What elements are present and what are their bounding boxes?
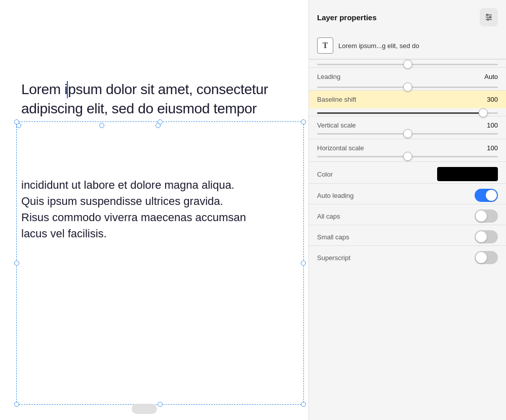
text-block-bottom[interactable]: incididunt ut labore et dolore magna ali… [21,177,246,242]
svg-point-3 [487,14,488,16]
handle-mid-left[interactable] [14,261,19,266]
handle-mid-right[interactable] [301,261,306,266]
pagination-indicator [132,404,157,414]
superscript-thumb [476,252,487,263]
filter-icon [484,13,493,22]
baseline-shift-row: Baseline shift 300 [309,91,506,108]
superscript-row: Superscript [309,246,506,266]
vertical-scale-thumb[interactable] [403,129,412,138]
layer-name: Lorem ipsum...g elit, sed do [338,42,419,50]
vertical-scale-slider-section [309,131,506,139]
selection-box [16,121,304,405]
color-swatch[interactable] [437,167,498,181]
handle-top-right[interactable] [301,119,306,124]
top-slider-section [309,60,506,67]
layer-item[interactable]: T Lorem ipsum...g elit, sed do [309,32,506,59]
auto-leading-toggle[interactable] [475,189,498,202]
horizontal-scale-value: 100 [487,144,498,152]
top-slider-thumb[interactable] [403,60,412,69]
handle-bot-left[interactable] [14,402,19,407]
small-caps-toggle[interactable] [475,230,498,243]
top-slider-track[interactable] [317,64,498,65]
text-cursor [67,81,68,98]
panel-title: Layer properties [317,13,377,22]
text-line-2b: ng elit, sed do eiusmod tempor [67,101,257,116]
horizontal-scale-thumb[interactable] [403,152,412,161]
filter-icon-button[interactable] [480,8,498,26]
selection-handle-top-left[interactable] [16,123,21,128]
color-label: Color [317,171,333,178]
auto-leading-row: Auto leading [309,184,506,204]
superscript-toggle[interactable] [475,251,498,264]
leading-slider-section [309,82,506,90]
canvas-area: Lorem ipsum dolor sit amet, consectetur … [0,0,308,420]
leading-slider-thumb[interactable] [403,82,412,92]
all-caps-row: All caps [309,204,506,225]
auto-leading-thumb [486,190,497,201]
vertical-scale-track[interactable] [317,133,498,135]
baseline-slider-track[interactable] [317,112,498,114]
right-panel: Layer properties T Lorem ipsum...g elit,… [308,0,506,420]
small-caps-thumb [476,231,487,242]
vertical-scale-label: Vertical scale [317,121,356,129]
all-caps-toggle[interactable] [475,209,498,223]
handle-bot-mid[interactable] [158,402,163,407]
text-block-top[interactable]: Lorem ipsum dolor sit amet, consectetur … [21,80,268,118]
selection-handle-top-mid[interactable] [155,123,161,128]
text-line-1b: psum dolor sit amet, consectetur [68,81,268,97]
layer-type-icon: T [317,37,333,54]
svg-point-4 [490,17,491,18]
top-slider-row [317,60,498,67]
small-caps-label: Small caps [317,233,349,241]
leading-label: Leading [317,73,340,80]
baseline-slider-section [309,108,506,116]
horizontal-scale-slider-section [309,154,506,161]
selection-handle-top-right[interactable] [99,123,104,128]
baseline-shift-value[interactable]: 300 [487,96,498,103]
horizontal-scale-track[interactable] [317,156,498,157]
auto-leading-label: Auto leading [317,192,354,199]
text-line-1: Lorem i [21,81,67,97]
text-line-2: adipisci [21,101,67,116]
handle-bot-right[interactable] [301,402,306,407]
leading-row: Leading Auto [309,68,506,82]
color-row: Color [309,162,506,183]
panel-header: Layer properties [309,0,506,32]
all-caps-label: All caps [317,213,340,220]
horizontal-scale-label: Horizontal scale [317,144,364,152]
small-caps-row: Small caps [309,225,506,245]
all-caps-thumb [476,211,487,222]
baseline-shift-label: Baseline shift [317,96,356,103]
leading-value: Auto [484,73,498,80]
text-bottom-content: incididunt ut labore et dolore magna ali… [21,179,246,240]
superscript-label: Superscript [317,254,351,262]
leading-slider-track[interactable] [317,87,498,88]
svg-point-5 [487,19,489,20]
vertical-scale-value: 100 [487,121,498,129]
leading-slider-row [317,82,498,90]
